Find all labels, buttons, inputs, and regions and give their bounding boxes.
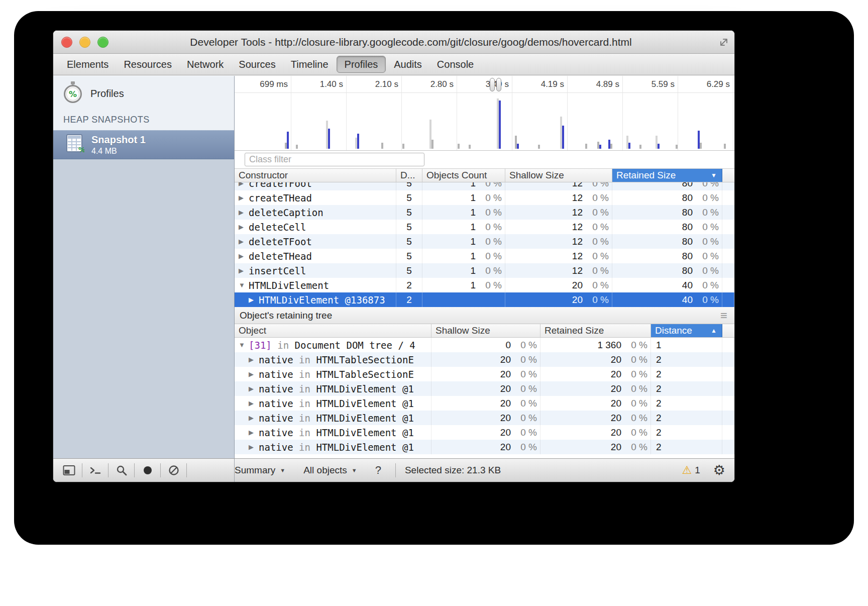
table-row[interactable]: ▶native in HTMLTableSectionE200 %200 %2 [235,352,734,367]
zoom-window-button[interactable] [97,37,108,48]
column-header-distance[interactable]: Distance▲ [651,324,722,337]
column-header-shallow-size[interactable]: Shallow Size [431,324,540,337]
dock-side-button[interactable] [56,459,82,482]
table-row[interactable]: ▶HTMLDivElement @1368732200 %400 % [235,292,734,307]
objects-filter-select[interactable]: All objects ▼ [303,465,357,476]
undock-resize-icon[interactable] [713,36,734,48]
table-row[interactable]: ▶native in HTMLDivElement @1200 %200 %2 [235,396,734,411]
disclosure-icon[interactable]: ▶ [239,223,249,231]
table-row[interactable]: ▶native in HTMLTableSectionE200 %200 %2 [235,367,734,381]
table-row[interactable]: ▶native in HTMLDivElement @1200 %200 %2 [235,440,734,454]
memory-allocation-bar [328,129,330,149]
tab-resources[interactable]: Resources [116,54,179,75]
console-drawer-button[interactable] [82,459,108,482]
tab-elements[interactable]: Elements [59,54,116,75]
window-titlebar[interactable]: Developer Tools - http://closure-library… [53,31,734,54]
shallow-size-cell: 200 % [505,278,612,292]
heap-profiler-main: 699 ms1.40 s2.10 s2.80 s3.49 s4.19 s4.89… [235,76,734,458]
minimize-window-button[interactable] [79,37,90,48]
disclosure-icon[interactable]: ▼ [239,281,249,289]
object-name: HTMLTableSectionE [316,354,413,365]
object-name: HTMLDivElement @1 [316,413,413,424]
column-header-retained-size[interactable]: Retained Size [540,324,651,337]
timeline-tick-label: 699 ms [246,79,288,89]
table-row[interactable]: ▶insertCell510 %120 %800 % [235,263,734,278]
tab-audits[interactable]: Audits [386,54,429,75]
disclosure-icon[interactable]: ▶ [239,238,249,245]
close-window-button[interactable] [61,37,72,48]
column-header-distance[interactable]: D... [396,169,422,182]
shallow-size-cell: 200 % [431,396,540,411]
column-header-constructor[interactable]: Constructor [235,169,396,182]
disclosure-icon[interactable]: ▼ [239,341,249,349]
tab-console[interactable]: Console [429,54,481,75]
shallow-size-cell: 120 % [505,234,612,249]
retained-size-cell: 800 % [612,190,722,205]
help-button[interactable]: ? [375,464,381,477]
table-row[interactable]: ▶native in HTMLDivElement @1200 %200 %2 [235,411,734,425]
table-row[interactable]: ▼HTMLDivElement210 %200 %400 % [235,278,734,292]
search-icon[interactable] [108,459,134,482]
disclosure-icon[interactable]: ▶ [239,209,249,216]
table-row[interactable]: ▶deleteTFoot510 %120 %800 % [235,234,734,249]
disclosure-icon[interactable]: ▶ [249,356,259,363]
column-label: Distance [655,325,692,336]
retained-size-cell: 200 % [540,396,651,411]
class-filter-input[interactable] [245,153,424,166]
table-row[interactable]: ▶createTFoot510 %120 %800 % [235,182,734,190]
disclosure-icon[interactable]: ▶ [249,443,259,451]
memory-allocation-bar [628,143,630,149]
object-property: native [259,369,293,380]
table-row[interactable]: ▶deleteTHead510 %120 %800 % [235,249,734,263]
constructor-cell: ▶insertCell [235,263,396,278]
section-menu-icon[interactable]: ≡ [720,309,727,323]
shallow-size-cell: 200 % [431,367,540,381]
clear-profiles-button[interactable] [161,459,186,482]
column-label: Objects Count [426,170,487,181]
tab-sources[interactable]: Sources [231,54,283,75]
statusbar-right: ⚠ 1 ⚙ [682,462,734,478]
column-header-retained-size[interactable]: Retained Size▼ [612,169,722,182]
disclosure-icon[interactable]: ▶ [249,370,259,378]
devtools-window: Developer Tools - http://closure-library… [53,30,735,482]
disclosure-icon[interactable]: ▶ [239,267,249,274]
column-header-objects-count[interactable]: Objects Count [422,169,505,182]
tab-timeline[interactable]: Timeline [283,54,336,75]
column-header-shallow-size[interactable]: Shallow Size [505,169,612,182]
profiles-header: % Profiles [53,76,234,107]
table-row[interactable]: ▶native in HTMLDivElement @1200 %200 %2 [235,425,734,440]
disclosure-icon[interactable]: ▶ [239,194,249,201]
traffic-lights [53,37,108,48]
record-heap-snapshot-button[interactable] [135,459,160,482]
heap-allocation-overview[interactable]: 699 ms1.40 s2.10 s2.80 s3.49 s4.19 s4.89… [235,76,734,151]
sidebar-empty-area [53,159,234,458]
warnings-indicator[interactable]: ⚠ 1 [682,464,700,477]
keyword-in: in [293,383,316,394]
retained-size-cell: 800 % [612,205,722,220]
table-row[interactable]: ▶deleteCell510 %120 %800 % [235,220,734,234]
column-header-object[interactable]: Object [235,324,431,337]
table-row[interactable]: ▶createTHead510 %120 %800 % [235,190,734,205]
settings-gear-icon[interactable]: ⚙ [713,462,725,478]
memory-allocation-bar [599,145,601,149]
disclosure-icon[interactable]: ▶ [249,399,259,407]
sidebar-item-snapshot-1[interactable]: % Snapshot 1 4.4 MB [53,130,234,159]
disclosure-icon[interactable]: ▶ [249,385,259,392]
disclosure-icon[interactable]: ▶ [249,296,259,304]
overview-scrubber-handle[interactable] [490,78,501,91]
tab-network[interactable]: Network [179,54,231,75]
filler-cell [722,367,734,381]
disclosure-icon[interactable]: ▶ [249,429,259,436]
table-row[interactable]: ▼[31] in Document DOM tree / 400 %1 3600… [235,338,734,352]
objects-count-cell: 10 % [422,182,505,190]
summary-view-select[interactable]: Summary ▼ [235,465,285,476]
filler-cell [722,220,734,234]
disclosure-icon[interactable]: ▶ [239,182,249,187]
table-row[interactable]: ▶deleteCaption510 %120 %800 % [235,205,734,220]
table-row[interactable]: ▶native in HTMLDivElement @1200 %200 %2 [235,381,734,396]
timeline-tick-label: 5.59 s [632,79,675,89]
disclosure-icon[interactable]: ▶ [249,414,259,422]
tab-profiles[interactable]: Profiles [337,56,386,73]
object-cell: ▶native in HTMLDivElement @1 [235,425,431,440]
disclosure-icon[interactable]: ▶ [239,252,249,260]
